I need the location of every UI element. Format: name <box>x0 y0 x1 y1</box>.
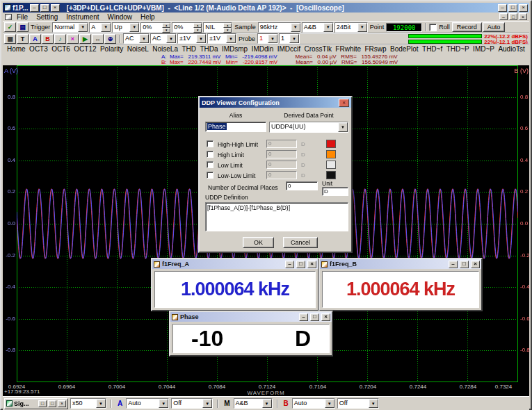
channel-mode-select[interactable]: A&B▼ <box>302 22 334 33</box>
tab-noisela[interactable]: NoiseLa <box>152 45 178 53</box>
coupling-a-select[interactable]: AC▼ <box>123 33 150 44</box>
mdi-restore-button[interactable]: □ <box>509 13 517 20</box>
chevron-down-icon[interactable]: ▼ <box>139 34 149 43</box>
probe-b-select[interactable]: 1▼ <box>279 33 300 44</box>
low-low-limit-checkbox[interactable] <box>207 172 213 179</box>
tab-oct12[interactable]: OCT12 <box>74 45 96 53</box>
tab-polarity[interactable]: Polarity <box>100 45 123 53</box>
chevron-down-icon[interactable]: ▼ <box>129 23 139 32</box>
tab-thd[interactable]: THD <box>182 45 196 53</box>
freq-b-titlebar[interactable]: f1Freq_B – □ × <box>320 259 481 269</box>
uddp-definition-input[interactable]: [f1Phase_A(D)]-[f1Phase_B(D)] <box>205 202 348 231</box>
alias-input[interactable]: Phase <box>205 122 266 132</box>
math-mode-select[interactable]: A&B▼ <box>234 398 273 409</box>
sample-rate-select[interactable]: 96kHz▼ <box>258 22 301 33</box>
unit-field[interactable]: D <box>322 187 348 196</box>
freq-b-maximize-button[interactable]: □ <box>460 261 469 268</box>
low-low-limit-color-swatch[interactable] <box>326 171 336 179</box>
roll-checkbox[interactable] <box>429 24 437 31</box>
marker-a-icon[interactable]: A <box>29 34 41 44</box>
zoom-icon[interactable]: ⊕ <box>104 34 116 44</box>
signal-maximize-button[interactable]: □ <box>48 400 56 407</box>
grid-icon[interactable]: ▦ <box>4 34 16 44</box>
menu-window[interactable]: Window <box>104 13 136 21</box>
high-high-limit-color-swatch[interactable] <box>326 140 336 148</box>
spin-up-icon[interactable]: ▴ <box>162 23 170 28</box>
chevron-down-icon[interactable]: ▼ <box>101 23 111 32</box>
maximize-button[interactable]: □ <box>508 4 517 12</box>
chevron-down-icon[interactable]: ▼ <box>96 399 106 408</box>
chevron-down-icon[interactable]: ▼ <box>268 34 277 43</box>
tab-imd-p[interactable]: IMD~P <box>473 45 494 53</box>
coupling-b-select[interactable]: AC▼ <box>150 33 177 44</box>
tab-oct3[interactable]: OCT3 <box>29 45 48 53</box>
mini-minimize-button[interactable]: – <box>30 4 39 12</box>
chevron-down-icon[interactable]: ▼ <box>323 23 333 32</box>
phase-maximize-button[interactable]: □ <box>310 313 319 321</box>
mini-close-button[interactable]: × <box>51 4 60 12</box>
point-count-field[interactable]: 192000 <box>386 23 422 32</box>
menu-file[interactable]: File <box>13 13 31 21</box>
tab-frwhite[interactable]: FRwhite <box>335 45 361 53</box>
spin-down-icon[interactable]: ▾ <box>223 28 232 33</box>
close-button[interactable]: × <box>519 4 528 12</box>
cancel-button[interactable]: Cancel <box>283 237 318 248</box>
channel-b-filter-select[interactable]: Off▼ <box>337 398 379 409</box>
text-label-icon[interactable]: T <box>17 34 29 44</box>
tab-frswp[interactable]: FRswp <box>364 45 386 53</box>
tab-audiotst[interactable]: AudioTst <box>498 45 524 53</box>
high-limit-color-swatch[interactable] <box>326 150 336 158</box>
phase-titlebar[interactable]: Phase – □ × <box>170 312 332 322</box>
chevron-down-icon[interactable]: ▼ <box>159 399 168 408</box>
tab-oct6[interactable]: OCT6 <box>51 45 70 53</box>
chevron-down-icon[interactable]: ▼ <box>78 23 88 32</box>
chevron-down-icon[interactable]: ▼ <box>289 34 299 43</box>
freq-b-close-button[interactable]: × <box>471 261 480 268</box>
trigger-mode-select[interactable]: Normal▼ <box>52 22 88 33</box>
signal-miniwindow[interactable]: Sig... □ □ × <box>4 398 68 409</box>
probe-a-select[interactable]: 1▼ <box>257 33 278 44</box>
freq-a-meter-window[interactable]: f1Freq_A – □ × 1.000064 kHz <box>151 258 319 311</box>
chevron-down-icon[interactable]: ▼ <box>369 399 378 408</box>
pan-icon[interactable]: ↔ <box>92 34 104 44</box>
tab-crosstlk[interactable]: CrossTlk <box>304 45 331 53</box>
menu-help[interactable]: Help <box>137 13 159 21</box>
chevron-down-icon[interactable]: ▼ <box>291 23 300 32</box>
play-icon[interactable]: ▶ <box>79 34 91 44</box>
trigger-hysteresis-stepper[interactable]: 0%▴▾ <box>172 22 202 33</box>
phase-minimize-button[interactable]: – <box>299 313 308 321</box>
mdi-close-button[interactable]: × <box>519 13 527 20</box>
low-limit-checkbox[interactable] <box>207 161 213 168</box>
ddp-viewer-configuration-dialog[interactable]: DDP Viewer Configuration × Alias Derived… <box>198 96 353 253</box>
marker-b-icon[interactable]: B <box>42 34 54 44</box>
trigger-edge-select[interactable]: Up▼ <box>112 22 140 33</box>
panel-icon[interactable]: ▤ <box>17 22 29 32</box>
ok-button[interactable]: OK <box>243 237 274 248</box>
range-a-select[interactable]: ±1V▼ <box>177 33 207 44</box>
mdi-minimize-button[interactable]: – <box>499 13 508 20</box>
channel-b-mode-select[interactable]: Auto▼ <box>292 398 335 409</box>
titlebar[interactable]: f1P... – □ × [+3DP+DLG+LCR+UDP+VBM] - <L… <box>3 3 529 13</box>
tab-thd-p[interactable]: THD~P <box>446 45 469 53</box>
spin-down-icon[interactable]: ▾ <box>193 28 202 33</box>
chevron-down-icon[interactable]: ▼ <box>202 399 212 408</box>
tab-thda[interactable]: THDa <box>200 45 218 53</box>
chevron-down-icon[interactable]: ▼ <box>357 23 367 32</box>
dialog-close-icon[interactable]: × <box>339 99 349 107</box>
auto-button[interactable]: Auto <box>483 22 506 32</box>
record-button[interactable]: Record <box>452 22 482 32</box>
derived-data-point-select[interactable]: UDDP4(UU)▼ <box>269 122 348 133</box>
freq-a-titlebar[interactable]: f1Freq_A – □ × <box>152 259 318 269</box>
chevron-down-icon[interactable]: ▼ <box>226 34 236 43</box>
menu-instrument[interactable]: Instrument <box>63 13 102 21</box>
spin-up-icon[interactable]: ▴ <box>193 23 202 28</box>
range-b-select[interactable]: ±1V▼ <box>207 33 236 44</box>
signal-close-button[interactable]: × <box>58 400 66 407</box>
dialog-titlebar[interactable]: DDP Viewer Configuration × <box>200 97 351 108</box>
menu-setting[interactable]: Setting <box>33 13 61 21</box>
confirm-icon[interactable]: ✓ <box>4 22 16 32</box>
tab-bodeplot[interactable]: BodePlot <box>390 45 419 53</box>
mini-restore-button[interactable]: □ <box>40 4 49 12</box>
notes-icon[interactable]: ♪ <box>54 34 66 44</box>
chevron-down-icon[interactable]: ▼ <box>262 399 272 408</box>
